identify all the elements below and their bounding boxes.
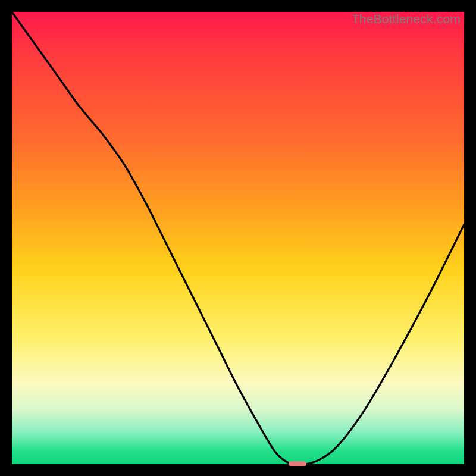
plot-area: TheBottleneck.com (12, 12, 464, 464)
chart-frame: TheBottleneck.com (0, 0, 476, 476)
optimum-marker (289, 461, 306, 466)
curve-path (12, 12, 464, 464)
bottleneck-curve (12, 12, 464, 464)
